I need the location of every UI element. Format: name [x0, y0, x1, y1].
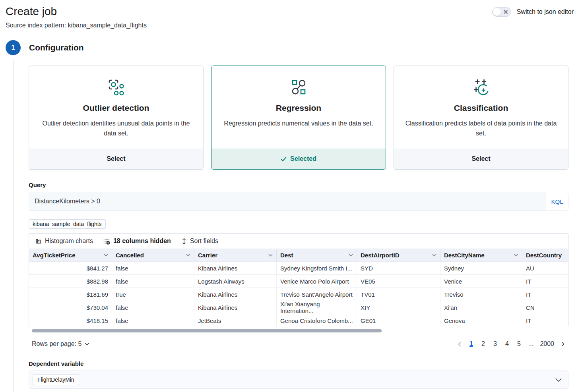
card-description: Regression predicts numerical values in … [219, 118, 378, 128]
column-label: DestCityName [444, 252, 485, 259]
chevron-down-icon [268, 254, 273, 257]
kql-language-button[interactable]: KQL [546, 192, 568, 210]
cell: Kibana Airlines [194, 288, 277, 301]
card-title: Classification [402, 103, 560, 113]
histogram-icon [35, 238, 42, 244]
column-label: Cancelled [116, 252, 144, 259]
page-ellipsis: ... [526, 339, 536, 349]
cell: VE05 [357, 274, 440, 288]
job-type-cards: Outlier detection Outlier detection iden… [29, 66, 568, 170]
data-grid: Histogram charts 18 columns hidden Sort … [29, 233, 568, 327]
column-header-carrier[interactable]: Carrier [194, 249, 277, 261]
cell: AU [522, 261, 568, 274]
histogram-charts-label: Histogram charts [45, 238, 93, 245]
table-row: $181.69 true Kibana Airlines Treviso-San… [29, 288, 568, 301]
page-button[interactable]: 2 [478, 339, 488, 349]
histogram-charts-button[interactable]: Histogram charts [32, 238, 96, 245]
page-button[interactable]: 1 [466, 339, 476, 349]
columns-icon [103, 238, 110, 245]
cell: IT [522, 288, 568, 301]
select-outlier-detection-button[interactable]: Select [29, 149, 203, 169]
cell: false [112, 274, 194, 288]
card-classification: Classification Classification predicts l… [394, 66, 568, 170]
card-outlier-detection: Outlier detection Outlier detection iden… [29, 66, 204, 170]
rows-per-page-button[interactable]: Rows per page: 5 [29, 340, 92, 348]
column-label: AvgTicketPrice [33, 252, 76, 259]
cell: Sydney [440, 261, 522, 274]
regression-icon [219, 76, 378, 98]
table-row: $841.27 false Kibana Airlines Sydney Kin… [29, 261, 568, 274]
card-regression: Regression Regression predicts numerical… [211, 66, 386, 170]
page-header: Create job Source index pattern: kibana_… [0, 0, 580, 29]
cell: $841.27 [29, 261, 112, 274]
cell: JetBeats [194, 314, 277, 327]
cell: Kibana Airlines [194, 261, 277, 274]
step-number-badge: 1 [6, 40, 21, 55]
card-title: Regression [219, 103, 378, 113]
sort-fields-button[interactable]: Sort fields [178, 238, 221, 245]
json-toggle-label: Switch to json editor [517, 8, 574, 15]
page-button[interactable]: 2000 [537, 339, 557, 349]
regression-selected-button[interactable]: Selected [211, 149, 386, 169]
json-editor-toggle[interactable] [492, 7, 511, 17]
cell: TV01 [357, 288, 440, 301]
column-header-dest[interactable]: Dest [277, 249, 357, 261]
source-index-pattern: Source index pattern: kibana_sample_data… [6, 22, 147, 29]
horizontal-scrollbar[interactable] [32, 329, 382, 332]
query-bar: DistanceKilometers > 0 KQL [29, 192, 568, 211]
page-button[interactable]: 4 [502, 339, 512, 349]
chevron-down-icon [432, 254, 436, 257]
column-label: Dest [280, 252, 293, 259]
query-input[interactable]: DistanceKilometers > 0 [29, 192, 546, 210]
cell: Treviso [440, 288, 522, 301]
chevron-down-icon [555, 378, 562, 382]
classification-icon [402, 76, 560, 98]
cell: Logstash Airways [194, 274, 277, 288]
card-description: Outlier detection identifies unusual dat… [37, 118, 195, 138]
columns-hidden-button[interactable]: 18 columns hidden [100, 238, 174, 245]
outlier-detection-icon [37, 76, 195, 98]
cell: $181.69 [29, 288, 112, 301]
chevron-down-icon [85, 342, 89, 346]
step-row: 1 Configuration [0, 40, 580, 55]
cell: IT [522, 274, 568, 288]
index-pattern-badge: kibana_sample_data_flights [29, 219, 106, 229]
cell: XIY [357, 301, 440, 314]
cell: $418.15 [29, 314, 112, 327]
next-page-button[interactable] [558, 342, 568, 347]
cell: Genoa Cristoforo Colomb... [277, 314, 357, 327]
rows-per-page-label: Rows per page: 5 [32, 340, 81, 348]
toggle-knob [493, 8, 501, 16]
chevron-left-icon [458, 342, 461, 347]
column-header-destairportid[interactable]: DestAirportID [357, 249, 440, 261]
selected-label: Selected [290, 155, 316, 162]
column-label: DestCountry [526, 252, 562, 259]
table-row: $730.04 false Kibana Airlines Xi'an Xian… [29, 301, 568, 314]
chevron-down-icon [104, 254, 108, 257]
page-button[interactable]: 5 [514, 339, 524, 349]
step-vertical-line [13, 60, 14, 392]
dependent-variable-select[interactable]: FlightDelayMin [29, 371, 568, 389]
check-icon [281, 156, 287, 162]
column-label: Carrier [198, 252, 217, 259]
cell: Venice [440, 274, 522, 288]
column-header-avgticketprice[interactable]: AvgTicketPrice [29, 249, 112, 261]
page-button[interactable]: 3 [490, 339, 500, 349]
previous-page-button[interactable] [455, 342, 464, 347]
chevron-down-icon [349, 254, 353, 257]
table-header-row: AvgTicketPrice Cancelled Carrier Dest De… [29, 249, 568, 261]
column-header-cancelled[interactable]: Cancelled [112, 249, 194, 261]
sort-icon [181, 238, 187, 245]
card-title: Outlier detection [37, 103, 195, 113]
column-header-destcountry[interactable]: DestCountry [522, 249, 568, 261]
select-classification-button[interactable]: Select [394, 149, 568, 169]
column-header-destcityname[interactable]: DestCityName [440, 249, 522, 261]
pagination-row: Rows per page: 5 1 2 3 4 5 ... 2000 [29, 339, 568, 349]
cell: false [112, 261, 194, 274]
cell: Kibana Airlines [194, 301, 277, 314]
cell: $882.98 [29, 274, 112, 288]
dependent-variable-value: FlightDelayMin [33, 374, 79, 385]
table-row: $882.98 false Logstash Airways Venice Ma… [29, 274, 568, 288]
chevron-down-icon [186, 254, 190, 257]
step-title: Configuration [29, 43, 84, 52]
